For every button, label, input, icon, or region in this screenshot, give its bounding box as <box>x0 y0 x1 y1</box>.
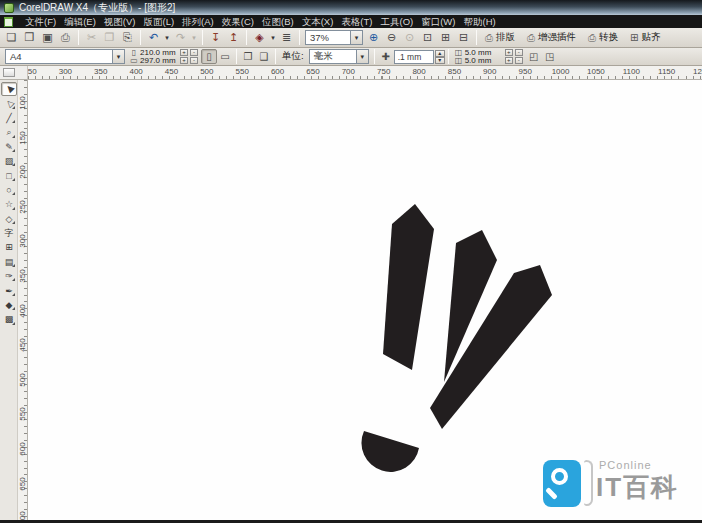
coreldraw-window: CorelDRAW X4（专业版）- [图形2] 文件(F)编辑(E)视图(V)… <box>0 0 702 523</box>
units-label: 单位: <box>282 50 304 63</box>
current-page-button[interactable]: ❑ <box>256 49 272 64</box>
menu-view[interactable]: 视图(V) <box>100 15 140 28</box>
zoom-width-icon[interactable]: ⊟ <box>455 30 472 46</box>
duplicate-y-value[interactable]: 5.0 mm <box>465 57 503 65</box>
ruler-label: 900 <box>483 67 496 76</box>
duplicate-y-increment-button[interactable]: + <box>505 57 513 64</box>
toolbar-separator <box>374 49 375 64</box>
shape-tool[interactable]: ▷ <box>1 96 17 110</box>
shuttlecock-drawing[interactable] <box>330 180 610 480</box>
title-bar: CorelDRAW X4（专业版）- [图形2] <box>0 0 702 15</box>
document-icon[interactable] <box>4 17 13 27</box>
menu-text[interactable]: 文本(X) <box>298 15 338 28</box>
ruler-label: 450 <box>165 67 178 76</box>
duplicate-x-decrement-button[interactable]: - <box>515 49 523 56</box>
ruler-label: 700 <box>342 67 355 76</box>
landscape-orientation-button[interactable]: ▭ <box>217 49 233 64</box>
menu-arrange[interactable]: 排列(A) <box>178 15 218 28</box>
pick-tool[interactable]: ▶ <box>1 82 17 96</box>
typesetting-button[interactable]: ⎙排版 <box>480 30 520 46</box>
open-icon[interactable]: ❒ <box>21 30 38 46</box>
drawing-canvas[interactable]: PConline IT百科 <box>28 80 702 523</box>
new-document-icon[interactable]: ❏ <box>3 30 20 46</box>
undo-icon[interactable]: ↶ <box>145 30 162 46</box>
chevron-down-icon[interactable]: ▾ <box>350 31 362 44</box>
app-launcher-icon[interactable]: ◈ <box>251 30 268 46</box>
menu-effects[interactable]: 效果(C) <box>218 15 258 28</box>
portrait-orientation-button[interactable]: ▯ <box>201 49 217 64</box>
menu-help[interactable]: 帮助(H) <box>459 15 499 28</box>
ruler-origin-button[interactable] <box>3 68 15 77</box>
undo-dropdown-icon[interactable]: ▾ <box>163 30 171 46</box>
convert-button[interactable]: ⎙转换 <box>583 30 623 46</box>
save-icon[interactable]: ▣ <box>39 30 56 46</box>
shuttlecock-feather-1[interactable] <box>383 204 434 370</box>
menu-edit[interactable]: 编辑(E) <box>60 15 100 28</box>
menu-layout[interactable]: 版面(L) <box>139 15 178 28</box>
plugins-button[interactable]: ⎙增强插件 <box>522 30 581 46</box>
rectangle-tool[interactable]: □ <box>1 168 17 182</box>
zoom-selected-icon[interactable]: ⊡ <box>419 30 436 46</box>
horizontal-ruler[interactable]: 2503003504004505005506006507007508008509… <box>28 66 702 80</box>
menu-window[interactable]: 窗口(W) <box>417 15 459 28</box>
zoom-level-combo[interactable]: 37% ▾ <box>305 30 363 45</box>
ruler-origin[interactable] <box>0 66 28 80</box>
launcher-dropdown-icon[interactable]: ▾ <box>269 30 277 46</box>
menu-table[interactable]: 表格(T) <box>337 15 376 28</box>
text-tool[interactable]: 字 <box>1 226 17 240</box>
paper-size-combo[interactable]: A4 ▾ <box>5 49 125 64</box>
polygon-tool[interactable]: ☆ <box>1 197 17 211</box>
ellipse-tool[interactable]: ○ <box>1 183 17 197</box>
paper-width-increment-button[interactable]: + <box>180 49 188 56</box>
treat-as-filled-button[interactable]: ◰ <box>526 49 542 64</box>
all-pages-button[interactable]: ❐ <box>240 49 256 64</box>
nudge-down-button[interactable]: ▾ <box>435 57 445 64</box>
eyedropper-tool-icon: ✑ <box>5 271 13 281</box>
import-icon[interactable]: ↧ <box>207 30 224 46</box>
blend-tool[interactable]: ▤ <box>1 255 17 269</box>
menu-file[interactable]: 文件(F) <box>21 15 60 28</box>
snap-button-label: 贴齐 <box>641 31 660 44</box>
shuttlecock-cork[interactable] <box>361 431 419 472</box>
shape-tool-icon: ▷ <box>3 98 15 110</box>
snap-button[interactable]: ⊞贴齐 <box>625 30 665 46</box>
export-icon[interactable]: ↥ <box>225 30 242 46</box>
paper-height-decrement-button[interactable]: - <box>190 57 198 64</box>
magnifier-icon <box>551 468 568 485</box>
fill-tool[interactable]: ◆ <box>1 298 17 312</box>
zoom-in-icon[interactable]: ⊕ <box>365 30 382 46</box>
crop-tool[interactable]: ╱ <box>1 111 17 125</box>
chevron-down-icon[interactable]: ▾ <box>112 50 124 63</box>
paste-icon[interactable]: ⎘ <box>119 30 136 46</box>
print-icon[interactable]: ⎙ <box>57 30 74 46</box>
eyedropper-tool[interactable]: ✑ <box>1 269 17 283</box>
paper-height-value[interactable]: 297.0 mm <box>140 57 178 65</box>
vertical-ruler[interactable]: 100150200250300350400450500550600650700 <box>18 80 28 523</box>
units-combo[interactable]: 毫米 ▾ <box>309 49 369 64</box>
menu-bitmaps[interactable]: 位图(B) <box>258 15 298 28</box>
menu-tools[interactable]: 工具(O) <box>376 15 417 28</box>
options-icon[interactable]: ≣ <box>278 30 295 46</box>
smart-fill-tool[interactable]: ▨ <box>1 154 17 168</box>
copy-icon: ❐ <box>101 30 118 46</box>
zoom-tool[interactable]: ⌕ <box>1 125 17 139</box>
freehand-tool[interactable]: ✎ <box>1 140 17 154</box>
nudge-offset-stepper[interactable]: ▴ ▾ <box>435 50 445 64</box>
convert-button-label: 转换 <box>599 31 618 44</box>
paper-height-increment-button[interactable]: + <box>180 57 188 64</box>
paper-width-decrement-button[interactable]: - <box>190 49 198 56</box>
zoom-out-icon[interactable]: ⊖ <box>383 30 400 46</box>
basic-shapes-tool[interactable]: ◇ <box>1 212 17 226</box>
table-tool[interactable]: ⊞ <box>1 240 17 254</box>
chevron-down-icon[interactable]: ▾ <box>356 50 368 63</box>
snap-options-button[interactable]: ◳ <box>542 49 558 64</box>
ruler-label: 1200 <box>693 67 702 76</box>
nudge-offset-input[interactable]: .1 mm <box>394 50 434 64</box>
duplicate-y-decrement-button[interactable]: - <box>515 57 523 64</box>
outline-pen-tool[interactable]: ✒ <box>1 283 17 297</box>
duplicate-x-increment-button[interactable]: + <box>505 49 513 56</box>
toolbox: ▶▷╱⌕✎▨□○☆◇字⊞▤✑✒◆▩ <box>0 80 18 523</box>
interactive-fill-tool[interactable]: ▩ <box>1 312 17 326</box>
zoom-page-icon[interactable]: ⊞ <box>437 30 454 46</box>
nudge-up-button[interactable]: ▴ <box>435 50 445 57</box>
